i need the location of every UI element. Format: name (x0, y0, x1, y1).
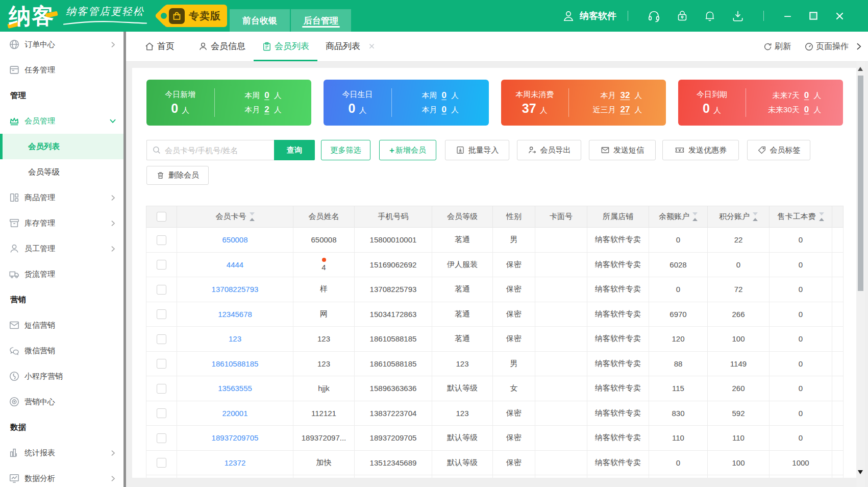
member-tag-button[interactable]: 会员标签 (747, 140, 810, 160)
member-card-link[interactable]: 18937209705 (177, 426, 293, 451)
column-header-points[interactable]: 积分账户 (708, 206, 770, 228)
sidebar-item-label: 营销中心 (24, 397, 55, 407)
stat-cards: 今日新增 0人 本周0人 本月2人 今日生日 (146, 80, 843, 126)
member-card-link[interactable]: 123 (177, 327, 293, 352)
sidebar-item-inventory-management[interactable]: 库存管理 (0, 210, 126, 236)
scroll-down-arrow-icon[interactable] (858, 470, 863, 474)
search-input[interactable] (165, 146, 274, 155)
more-filters-button[interactable]: 更多筛选 (321, 140, 370, 160)
page-operations-button[interactable]: 页面操作 (804, 41, 849, 52)
support-headset-icon[interactable] (647, 9, 661, 23)
member-card-link[interactable]: 220001 (177, 401, 293, 426)
send-coupon-button[interactable]: 发送优惠券 (662, 140, 739, 160)
column-header-fee[interactable]: 售卡工本费 (770, 206, 832, 228)
sidebar-item-logistics-management[interactable]: 货流管理 (0, 261, 126, 287)
row-checkbox[interactable] (157, 458, 166, 468)
refresh-button[interactable]: 刷新 (763, 41, 791, 52)
member-level-cell: 茗通 (432, 327, 493, 352)
page-tab-member-list[interactable]: 会员列表 (254, 32, 317, 61)
export-members-button[interactable]: 会员导出 (517, 140, 581, 160)
sidebar-item-member-list[interactable]: 会员列表 (0, 134, 126, 159)
sort-icon[interactable] (819, 212, 824, 221)
batch-import-button[interactable]: 批量导入 (445, 140, 509, 160)
row-checkbox[interactable] (157, 235, 166, 245)
page-tab-home[interactable]: 首页 (136, 32, 183, 61)
member-fee-cell: 0 (770, 351, 832, 376)
shopping-bag-icon (169, 8, 185, 24)
sidebar-item-data-analysis[interactable]: 数据分析 (0, 466, 126, 487)
select-all-checkbox[interactable] (157, 212, 166, 222)
sidebar-item-goods-management[interactable]: 商品管理 (0, 185, 126, 210)
stat-card-detail: 未来7天0人 未来30天0人 (746, 90, 843, 115)
sort-icon[interactable] (692, 212, 698, 221)
scroll-up-arrow-icon[interactable] (858, 67, 863, 71)
sidebar-item-statistics-report[interactable]: 统计报表 (0, 440, 126, 466)
send-sms-button[interactable]: 发送短信 (589, 140, 656, 160)
row-checkbox[interactable] (157, 408, 166, 418)
delete-member-button[interactable]: 删除会员 (146, 166, 209, 185)
tab-front-cashier[interactable]: 前台收银 (230, 9, 290, 32)
member-level-cell: 茗通 (432, 277, 493, 302)
minimize-button[interactable] (783, 12, 792, 20)
envelope-icon (9, 320, 20, 331)
stat-row-unit: 人 (274, 91, 282, 101)
sidebar-item-task-management[interactable]: 任务管理 (0, 57, 126, 83)
sidebar-item-order-center[interactable]: 订单中心 (0, 32, 126, 57)
sidebar-item-member-management[interactable]: 会员管理 (0, 108, 126, 134)
row-checkbox[interactable] (157, 260, 166, 270)
page-tab-member-info[interactable]: 会员信息 (190, 32, 254, 61)
close-tab-icon[interactable] (368, 42, 376, 50)
bell-icon[interactable] (704, 10, 716, 22)
row-checkbox[interactable] (157, 285, 166, 295)
account[interactable]: 纳客软件 (562, 9, 616, 22)
sidebar-item-miniprogram-marketing[interactable]: 小程序营销 (0, 363, 126, 389)
column-header-balance[interactable]: 余额账户 (649, 206, 708, 228)
column-header-card[interactable]: 会员卡号 (177, 206, 293, 228)
member-balance-cell: 0 (649, 450, 708, 475)
member-card-link[interactable]: 12372 (177, 450, 293, 475)
member-card-link[interactable]: 18610588185 (177, 351, 293, 376)
member-card-link[interactable]: 650008 (177, 228, 293, 253)
member-card-link[interactable]: 13563555 (177, 376, 293, 401)
sort-icon[interactable] (753, 212, 758, 221)
member-fee-cell: 0 (770, 426, 832, 451)
search-button[interactable]: 查询 (274, 140, 315, 160)
table-row: 12345678 网 15034172863 茗通 保密 纳客软件专卖 6970… (146, 302, 844, 327)
row-checkbox[interactable] (157, 433, 166, 443)
chevron-down-icon (109, 117, 116, 125)
member-card-link[interactable]: 12345678 (177, 302, 293, 327)
edition-badge: 专卖版 (164, 5, 227, 27)
tab-backstage-admin[interactable]: 后台管理 (291, 9, 351, 32)
sidebar-item-wechat-marketing[interactable]: 微信营销 (0, 338, 126, 363)
close-button[interactable] (835, 11, 845, 21)
sidebar-item-sms-marketing[interactable]: 短信营销 (0, 312, 126, 338)
lock-icon[interactable] (676, 10, 688, 22)
member-card-link[interactable]: 4444 (177, 252, 293, 277)
row-checkbox[interactable] (157, 359, 166, 369)
download-icon[interactable] (731, 9, 745, 22)
chevron-right-icon[interactable] (855, 42, 863, 51)
column-header-level: 会员等级 (432, 206, 493, 228)
member-level-cell: 默认等级 (432, 450, 493, 475)
row-checkbox[interactable] (157, 384, 166, 394)
sort-icon[interactable] (250, 212, 255, 221)
toolbar-row-2: 删除会员 (146, 166, 209, 185)
add-member-button[interactable]: +新增会员 (379, 140, 436, 160)
maximize-button[interactable] (808, 11, 819, 21)
main-area: 首页 会员信息 会员列表 商品列表 刷新 页面操 (126, 32, 868, 487)
scrollbar-thumb[interactable] (858, 76, 863, 291)
sidebar: 订单中心 任务管理 管理 会员管理 会员列表 会员等级 商品管理 库存管理 员工… (0, 32, 126, 487)
page-tab-goods-list[interactable]: 商品列表 (317, 32, 384, 61)
member-level-cell: 123 (432, 401, 493, 426)
sidebar-item-staff-management[interactable]: 员工管理 (0, 236, 126, 261)
stat-row-label: 本月 (244, 105, 260, 115)
logo: 纳客 (9, 0, 55, 32)
row-checkbox[interactable] (157, 334, 166, 344)
member-card-link[interactable]: 13708225793 (177, 277, 293, 302)
sidebar-item-member-level[interactable]: 会员等级 (0, 159, 126, 185)
sidebar-item-label: 小程序营销 (24, 372, 63, 381)
stat-card-main: 今日新增 0人 (146, 90, 214, 116)
sidebar-item-marketing-center[interactable]: 营销中心 (0, 389, 126, 415)
main-scrollbar[interactable] (856, 62, 865, 487)
row-checkbox[interactable] (157, 309, 166, 319)
